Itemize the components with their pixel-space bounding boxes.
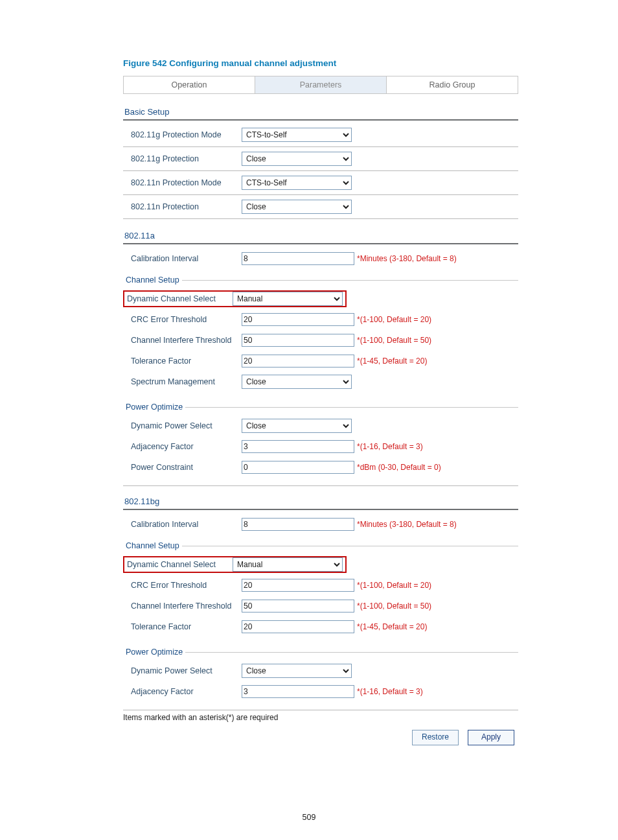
tab-operation[interactable]: Operation — [124, 76, 255, 93]
label-80211g-prot: 802.11g Protection — [123, 154, 242, 163]
divider — [123, 170, 518, 171]
fieldset-a-channel-setup: Channel Setup Dynamic Channel Select Man… — [123, 275, 518, 396]
label-80211g-prot-mode: 802.11g Protection Mode — [123, 130, 242, 139]
select-a-dyn-channel[interactable]: Manual — [233, 292, 343, 306]
input-bg-crc[interactable] — [242, 579, 354, 592]
label-a-tol: Tolerance Factor — [123, 356, 242, 366]
select-bg-dyn-channel[interactable]: Manual — [233, 557, 343, 572]
label-a-cit: Channel Interfere Threshold — [123, 336, 242, 345]
input-a-adj[interactable] — [242, 440, 354, 453]
label-bg-adj: Adjacency Factor — [123, 687, 242, 696]
fieldset-bg-channel-setup: Channel Setup Dynamic Channel Select Man… — [123, 541, 518, 641]
input-bg-cit[interactable] — [242, 600, 354, 612]
legend-bg-channel-setup: Channel Setup — [123, 541, 182, 550]
hint-bg-crc: *(1-100, Default = 20) — [353, 581, 431, 590]
section-title-80211a: 802.11a — [124, 231, 517, 240]
select-80211g-prot[interactable]: Close — [242, 152, 352, 166]
page-number: 509 — [0, 813, 618, 822]
hint-bg-calibration: *Minutes (3-180, Default = 8) — [353, 520, 457, 529]
input-bg-adj[interactable] — [242, 685, 354, 698]
label-a-adj: Adjacency Factor — [123, 442, 242, 451]
label-a-dps: Dynamic Power Select — [123, 421, 242, 430]
select-80211n-prot-mode[interactable]: CTS-to-Self — [242, 176, 352, 190]
label-bg-crc: CRC Error Threshold — [123, 581, 242, 590]
divider — [123, 243, 518, 244]
restore-button[interactable]: Restore — [412, 730, 459, 745]
input-bg-calibration[interactable] — [242, 518, 354, 531]
label-bg-tol: Tolerance Factor — [123, 622, 242, 631]
input-a-crc[interactable] — [242, 313, 354, 326]
legend-bg-power-optimize: Power Optimize — [123, 648, 185, 657]
label-bg-dyn-channel: Dynamic Channel Select — [123, 556, 233, 573]
input-a-cit[interactable] — [242, 334, 354, 347]
input-bg-tol[interactable] — [242, 620, 354, 633]
label-bg-calibration: Calibration Interval — [123, 520, 242, 529]
hint-a-crc: *(1-100, Default = 20) — [353, 315, 431, 324]
apply-button[interactable]: Apply — [468, 730, 514, 745]
required-footnote: Items marked with an asterisk(*) are req… — [123, 713, 518, 722]
hint-a-calibration: *Minutes (3-180, Default = 8) — [353, 254, 457, 263]
select-bg-dps[interactable]: Close — [242, 664, 352, 678]
divider — [123, 710, 518, 710]
legend-a-power-optimize: Power Optimize — [123, 402, 185, 412]
hint-a-cit: *(1-100, Default = 50) — [353, 336, 431, 345]
fieldset-a-power-optimize: Power Optimize Dynamic Power Select Clos… — [123, 402, 518, 482]
divider — [123, 119, 518, 121]
label-bg-dps: Dynamic Power Select — [123, 666, 242, 675]
divider — [123, 509, 518, 510]
divider — [123, 146, 518, 147]
input-a-tol[interactable] — [242, 355, 354, 368]
select-a-spectrum[interactable]: Close — [242, 375, 352, 389]
label-a-crc: CRC Error Threshold — [123, 315, 242, 324]
label-80211n-prot: 802.11n Protection — [123, 202, 242, 211]
select-80211g-prot-mode[interactable]: CTS-to-Self — [242, 128, 352, 142]
divider — [123, 194, 518, 195]
tab-bar: Operation Parameters Radio Group — [123, 76, 518, 93]
input-a-pc[interactable] — [242, 461, 354, 474]
figure-title: Configuring manual channel adjustment — [169, 58, 336, 68]
tab-radio-group[interactable]: Radio Group — [387, 76, 518, 93]
section-title-80211bg: 802.11bg — [124, 496, 517, 506]
input-a-calibration[interactable] — [242, 252, 354, 265]
figure-caption: Figure 542 Configuring manual channel ad… — [123, 58, 618, 68]
select-80211n-prot[interactable]: Close — [242, 200, 352, 214]
divider — [123, 485, 518, 486]
divider — [123, 218, 518, 219]
label-bg-cit: Channel Interfere Threshold — [123, 601, 242, 611]
hint-bg-tol: *(1-45, Default = 20) — [353, 622, 427, 631]
label-a-pc: Power Constraint — [123, 463, 242, 472]
label-a-spectrum: Spectrum Management — [123, 377, 242, 386]
legend-a-channel-setup: Channel Setup — [123, 275, 182, 285]
hint-bg-adj: *(1-16, Default = 3) — [353, 687, 423, 696]
fieldset-bg-power-optimize: Power Optimize Dynamic Power Select Clos… — [123, 648, 518, 706]
hint-bg-cit: *(1-100, Default = 50) — [353, 601, 431, 611]
label-a-calibration: Calibration Interval — [123, 254, 242, 263]
hint-a-adj: *(1-16, Default = 3) — [353, 442, 423, 451]
hint-a-tol: *(1-45, Default = 20) — [353, 356, 427, 366]
hint-a-pc: *dBm (0-30, Default = 0) — [353, 463, 441, 472]
tab-parameters[interactable]: Parameters — [255, 76, 387, 93]
label-80211n-prot-mode: 802.11n Protection Mode — [123, 178, 242, 187]
label-a-dyn-channel: Dynamic Channel Select — [123, 290, 233, 307]
section-title-basic-setup: Basic Setup — [124, 107, 517, 117]
select-a-dps[interactable]: Close — [242, 419, 352, 433]
figure-label: Figure 542 — [123, 58, 167, 68]
